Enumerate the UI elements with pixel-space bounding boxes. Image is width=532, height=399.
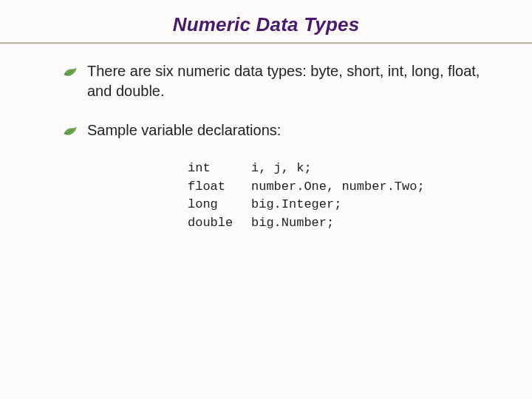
code-block: int i, j, k; float number.One, number.Tw…: [188, 160, 489, 233]
bullet-text: There are six numeric data types: byte, …: [87, 61, 489, 101]
code-row: float number.One, number.Two;: [188, 178, 489, 197]
code-type: float: [188, 178, 251, 197]
title-rule: [0, 41, 532, 45]
code-vars: big.Integer;: [251, 196, 341, 214]
code-row: double big.Number;: [188, 214, 489, 233]
code-row: long big.Integer;: [188, 196, 489, 214]
code-row: int i, j, k;: [188, 160, 489, 178]
bullet-text: Sample variable declarations:: [87, 120, 281, 140]
code-vars: i, j, k;: [251, 160, 312, 178]
bullet-item: There are six numeric data types: byte, …: [64, 61, 489, 101]
bullet-item: Sample variable declarations:: [64, 120, 489, 140]
code-type: long: [188, 196, 251, 214]
code-type: int: [188, 160, 251, 178]
slide-body: There are six numeric data types: byte, …: [30, 61, 502, 233]
code-vars: number.One, number.Two;: [251, 178, 425, 197]
slide: Numeric Data Types There are six numeric…: [0, 0, 532, 399]
code-vars: big.Number;: [251, 214, 334, 233]
leaf-bullet-icon: [64, 123, 77, 140]
leaf-bullet-icon: [64, 64, 77, 81]
slide-title: Numeric Data Types: [30, 13, 502, 36]
code-type: double: [188, 214, 251, 233]
